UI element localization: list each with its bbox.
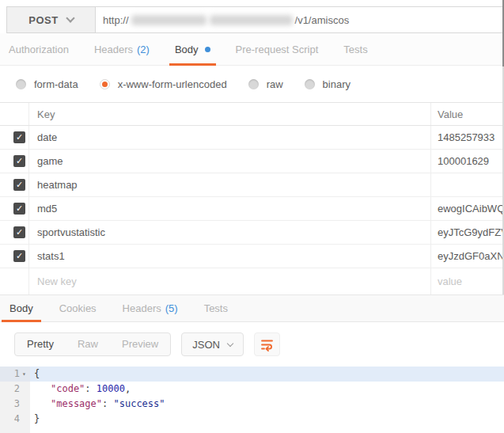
headers-count-badge: (2): [137, 44, 150, 55]
line-number: 3: [0, 397, 20, 412]
json-colon: :: [102, 398, 113, 409]
row-checkbox[interactable]: ✓: [13, 131, 25, 143]
tab-authorization[interactable]: Authorization: [3, 33, 74, 65]
column-header-key: Key: [29, 103, 431, 125]
code-line: 1 ▾ {: [0, 367, 504, 382]
table-header-row: Key Value: [0, 102, 504, 126]
json-key: "message": [51, 398, 102, 409]
param-value-cell[interactable]: ewogICAibWQ1: [431, 197, 504, 220]
radio-icon[interactable]: [16, 79, 26, 89]
json-open-brace: {: [34, 368, 40, 379]
method-label: POST: [28, 14, 58, 26]
chevron-down-icon: [227, 340, 233, 346]
table-row: ✓ stats1 eyJzdGF0aXN0a: [0, 245, 504, 268]
row-checkbox[interactable]: ✓: [13, 250, 25, 262]
param-value-cell[interactable]: eyJzdGF0aXN0a: [431, 245, 504, 268]
response-tab-headers[interactable]: Headers (5): [115, 295, 186, 321]
new-param-row: [0, 268, 504, 294]
body-has-content-dot: [205, 47, 210, 52]
fold-caret-icon[interactable]: ▾: [20, 367, 28, 382]
view-pretty-button[interactable]: Pretty: [15, 333, 66, 355]
json-close-brace: }: [34, 413, 40, 424]
format-select[interactable]: JSON: [181, 332, 244, 356]
row-checkbox[interactable]: ✓: [13, 155, 25, 167]
param-value-cell[interactable]: [431, 173, 504, 196]
tab-body[interactable]: Body: [169, 33, 216, 65]
param-key-cell[interactable]: stats1: [29, 245, 431, 268]
table-row: ✓ date 1485257933: [0, 126, 504, 150]
tab-headers[interactable]: Headers (2): [89, 33, 155, 65]
table-row: ✓ md5 ewogICAibWQ1: [0, 197, 504, 221]
response-tab-cookies[interactable]: Cookies: [51, 295, 104, 321]
response-headers-count-badge: (5): [165, 302, 178, 314]
column-header-value: Value: [431, 103, 504, 125]
wrap-text-button[interactable]: [254, 332, 280, 356]
new-value-input[interactable]: [438, 275, 501, 287]
new-row-checkbox-cell: [0, 268, 29, 294]
code-line: 4 }: [0, 412, 504, 427]
param-key-cell[interactable]: heatmap: [29, 173, 431, 196]
table-row: ✓ sportvustatistic eyJTcG9ydFZVU: [0, 221, 504, 245]
code-line: 3 "message": "success": [0, 397, 504, 412]
json-key: "code": [51, 383, 85, 394]
param-key-cell[interactable]: date: [29, 126, 431, 149]
line-number: 1: [0, 367, 20, 382]
postman-app: POST http:// /v1/amiscos Authorization H…: [0, 0, 504, 433]
response-tab-tests[interactable]: Tests: [196, 295, 236, 321]
url-prefix: http://: [103, 14, 129, 26]
response-tab-body[interactable]: Body: [2, 295, 41, 321]
code-line: 2 "code": 10000,: [0, 382, 504, 397]
radio-icon[interactable]: [305, 79, 315, 89]
param-key-cell[interactable]: sportvustatistic: [29, 221, 431, 244]
view-preview-button[interactable]: Preview: [110, 333, 170, 355]
view-mode-segmented-control: Pretty Raw Preview: [14, 332, 171, 356]
params-table: Key Value ✓ date 1485257933 ✓ game 10000…: [0, 102, 504, 294]
url-redacted: [210, 15, 293, 25]
response-tabs: Body Cookies Headers (5) Tests: [0, 294, 504, 322]
row-checkbox[interactable]: ✓: [13, 226, 25, 238]
param-value-cell[interactable]: eyJTcG9ydFZVU: [431, 221, 504, 244]
body-mode-options: form-data x-www-form-urlencoded raw bina…: [0, 66, 504, 102]
radio-selected-icon[interactable]: [100, 79, 110, 89]
url-redacted: [131, 15, 207, 25]
param-key-cell[interactable]: md5: [29, 197, 431, 220]
tab-pre-request-script[interactable]: Pre-request Script: [230, 33, 324, 65]
param-value-cell[interactable]: 100001629: [431, 150, 504, 173]
chevron-down-icon: [66, 13, 74, 22]
new-key-input[interactable]: [37, 275, 411, 287]
radio-raw[interactable]: raw: [248, 78, 283, 90]
code-editor[interactable]: 1 ▾ { 2 "code": 10000, 3 "message": "suc…: [0, 367, 504, 433]
line-number: 2: [0, 382, 20, 397]
format-select-value: JSON: [192, 339, 220, 351]
view-raw-button[interactable]: Raw: [66, 333, 110, 355]
radio-form-data[interactable]: form-data: [16, 78, 78, 90]
json-number-value: 10000: [97, 383, 125, 394]
request-url-bar: POST http:// /v1/amiscos: [6, 6, 504, 33]
table-row: ✓ game 100001629: [0, 150, 504, 173]
checkbox-column-header: [0, 103, 29, 125]
wrap-text-icon: [260, 338, 274, 351]
param-key-cell[interactable]: game: [29, 150, 431, 173]
json-string-value: "success": [113, 398, 165, 409]
row-checkbox[interactable]: ✓: [13, 179, 25, 191]
url-input[interactable]: http:// /v1/amiscos: [96, 7, 504, 32]
line-number: 4: [0, 412, 20, 427]
table-row: ✓ heatmap: [0, 173, 504, 197]
tab-tests[interactable]: Tests: [338, 33, 373, 65]
param-value-cell[interactable]: 1485257933: [431, 126, 504, 149]
method-dropdown[interactable]: POST: [7, 7, 96, 32]
json-comma: ,: [125, 383, 131, 394]
radio-binary[interactable]: binary: [305, 78, 351, 90]
radio-icon[interactable]: [248, 79, 259, 89]
json-colon: :: [85, 383, 96, 394]
url-suffix: /v1/amiscos: [295, 14, 350, 26]
request-tabs: Authorization Headers (2) Body Pre-reque…: [0, 33, 504, 66]
response-toolbar: Pretty Raw Preview JSON: [0, 322, 504, 367]
row-checkbox[interactable]: ✓: [13, 203, 25, 215]
radio-x-www-form-urlencoded[interactable]: x-www-form-urlencoded: [100, 78, 227, 90]
